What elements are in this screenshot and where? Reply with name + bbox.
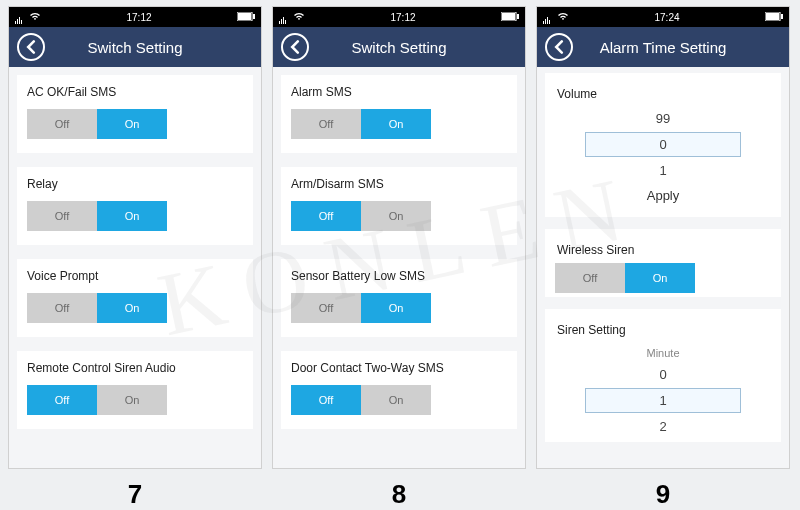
- toggle-on[interactable]: On: [361, 109, 431, 139]
- toggle-off[interactable]: Off: [291, 109, 361, 139]
- battery-icon: [501, 12, 519, 23]
- toggle-remote-siren-audio[interactable]: Off On: [27, 385, 167, 415]
- toggle-relay[interactable]: Off On: [27, 201, 167, 231]
- setting-title: Door Contact Two-Way SMS: [291, 361, 507, 375]
- setting-title: Alarm SMS: [291, 85, 507, 99]
- toggle-ac-sms[interactable]: Off On: [27, 109, 167, 139]
- page-title: Switch Setting: [9, 39, 261, 56]
- toggle-alarm-sms[interactable]: Off On: [291, 109, 431, 139]
- status-bar: 17:12: [9, 7, 261, 27]
- svg-rect-5: [517, 14, 519, 19]
- settings-list: AC OK/Fail SMS Off On Relay Off On Voice…: [9, 67, 261, 468]
- volume-label: Volume: [557, 87, 771, 101]
- toggle-off[interactable]: Off: [291, 293, 361, 323]
- signal-icon: [543, 13, 553, 21]
- screen-7: 17:12 Switch Setting AC OK/Fail SMS Off …: [8, 6, 262, 469]
- volume-picker[interactable]: 99 0 1: [555, 107, 771, 182]
- status-time: 17:12: [390, 12, 415, 23]
- toggle-off[interactable]: Off: [27, 109, 97, 139]
- toggle-on[interactable]: On: [97, 109, 167, 139]
- setting-card-remote-siren-audio: Remote Control Siren Audio Off On: [17, 351, 253, 429]
- toggle-arm-disarm-sms[interactable]: Off On: [291, 201, 431, 231]
- page-title: Alarm Time Setting: [537, 39, 789, 56]
- setting-title: Remote Control Siren Audio: [27, 361, 243, 375]
- status-time: 17:12: [126, 12, 151, 23]
- toggle-door-contact-sms[interactable]: Off On: [291, 385, 431, 415]
- toggle-on[interactable]: On: [97, 201, 167, 231]
- toggle-on[interactable]: On: [361, 201, 431, 231]
- picker-unit: Minute: [555, 343, 771, 363]
- toggle-off[interactable]: Off: [555, 263, 625, 293]
- back-button[interactable]: [17, 33, 45, 61]
- battery-icon: [765, 12, 783, 23]
- picker-value-above[interactable]: 99: [555, 107, 771, 130]
- setting-title: AC OK/Fail SMS: [27, 85, 243, 99]
- svg-rect-1: [238, 13, 251, 20]
- wifi-icon: [293, 11, 305, 23]
- setting-title: Relay: [27, 177, 243, 191]
- back-button[interactable]: [281, 33, 309, 61]
- toggle-off[interactable]: Off: [27, 293, 97, 323]
- page-number: 8: [272, 479, 526, 510]
- siren-setting-label: Siren Setting: [557, 323, 771, 337]
- toggle-on[interactable]: On: [361, 385, 431, 415]
- picker-value-above[interactable]: 0: [555, 363, 771, 386]
- setting-card-arm-disarm-sms: Arm/Disarm SMS Off On: [281, 167, 517, 245]
- picker-value-selected[interactable]: 0: [585, 132, 741, 157]
- svg-rect-8: [781, 14, 783, 19]
- screen-8: 17:12 Switch Setting Alarm SMS Off On: [272, 6, 526, 469]
- page-number: 7: [8, 479, 262, 510]
- screen-9: 17:24 Alarm Time Setting Volume 99 0 1: [536, 6, 790, 469]
- signal-icon: [15, 13, 25, 21]
- wifi-icon: [29, 11, 41, 23]
- header-bar: Switch Setting: [273, 27, 525, 67]
- settings-list: Alarm SMS Off On Arm/Disarm SMS Off On S…: [273, 67, 525, 468]
- toggle-off[interactable]: Off: [27, 201, 97, 231]
- siren-minute-picker[interactable]: Minute 0 1 2: [555, 343, 771, 438]
- siren-setting-section: Siren Setting Minute 0 1 2: [545, 309, 781, 442]
- toggle-on[interactable]: On: [97, 293, 167, 323]
- toggle-voice-prompt[interactable]: Off On: [27, 293, 167, 323]
- alarm-time-content: Volume 99 0 1 Apply Wireless Siren Off O…: [537, 67, 789, 468]
- wireless-siren-label: Wireless Siren: [557, 243, 771, 257]
- toggle-on[interactable]: On: [625, 263, 695, 293]
- toggle-on[interactable]: On: [97, 385, 167, 415]
- picker-value-below[interactable]: 1: [555, 159, 771, 182]
- apply-button[interactable]: Apply: [555, 182, 771, 213]
- setting-title: Voice Prompt: [27, 269, 243, 283]
- header-bar: Alarm Time Setting: [537, 27, 789, 67]
- svg-rect-7: [766, 13, 779, 20]
- toggle-battery-low-sms[interactable]: Off On: [291, 293, 431, 323]
- toggle-wireless-siren[interactable]: Off On: [555, 263, 695, 293]
- toggle-on[interactable]: On: [361, 293, 431, 323]
- setting-card-alarm-sms: Alarm SMS Off On: [281, 75, 517, 153]
- page-number: 9: [536, 479, 790, 510]
- setting-card-door-contact-sms: Door Contact Two-Way SMS Off On: [281, 351, 517, 429]
- wireless-siren-section: Wireless Siren Off On: [545, 229, 781, 297]
- setting-card-relay: Relay Off On: [17, 167, 253, 245]
- picker-value-selected[interactable]: 1: [585, 388, 741, 413]
- setting-title: Arm/Disarm SMS: [291, 177, 507, 191]
- toggle-off[interactable]: Off: [27, 385, 97, 415]
- signal-icon: [279, 13, 289, 21]
- page-number-row: 7 8 9: [0, 479, 800, 510]
- status-bar: 17:24: [537, 7, 789, 27]
- status-time: 17:24: [654, 12, 679, 23]
- setting-title: Sensor Battery Low SMS: [291, 269, 507, 283]
- toggle-off[interactable]: Off: [291, 385, 361, 415]
- battery-icon: [237, 12, 255, 23]
- setting-card-battery-low-sms: Sensor Battery Low SMS Off On: [281, 259, 517, 337]
- svg-rect-2: [253, 14, 255, 19]
- status-bar: 17:12: [273, 7, 525, 27]
- header-bar: Switch Setting: [9, 27, 261, 67]
- toggle-off[interactable]: Off: [291, 201, 361, 231]
- page-title: Switch Setting: [273, 39, 525, 56]
- setting-card-ac-sms: AC OK/Fail SMS Off On: [17, 75, 253, 153]
- setting-card-voice-prompt: Voice Prompt Off On: [17, 259, 253, 337]
- back-button[interactable]: [545, 33, 573, 61]
- svg-rect-4: [502, 13, 515, 20]
- picker-value-below[interactable]: 2: [555, 415, 771, 438]
- wifi-icon: [557, 11, 569, 23]
- volume-section: Volume 99 0 1 Apply: [545, 73, 781, 217]
